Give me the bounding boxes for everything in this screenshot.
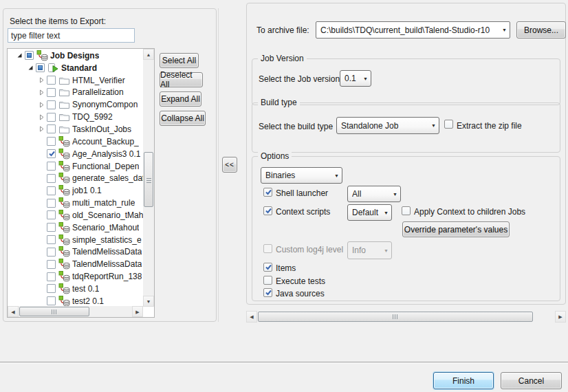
expand-all-button[interactable]: Expand All — [160, 91, 201, 107]
tree-horizontal-scrollbar[interactable]: ◀ ▶ — [8, 306, 143, 317]
tree-item[interactable]: Parallelization — [8, 87, 143, 99]
extract-zip-checkbox[interactable] — [444, 120, 453, 129]
tree-item-checkbox[interactable] — [36, 63, 45, 72]
tree-collapse-arrow-icon[interactable] — [27, 65, 34, 72]
scroll-left-button[interactable]: ◀ — [246, 311, 257, 323]
tree-item[interactable]: TalendMelissaData — [8, 246, 143, 259]
tree-item-checkbox[interactable] — [47, 186, 56, 195]
scroll-left-button[interactable]: ◀ — [8, 306, 19, 317]
scroll-up-button[interactable]: ▲ — [143, 49, 154, 60]
job-version-select[interactable]: 0.1 ▼ — [340, 70, 371, 87]
tree-item[interactable]: TDQ_5992 — [8, 111, 143, 123]
binaries-value: Binaries — [265, 171, 330, 180]
tree-item-checkbox[interactable] — [47, 100, 56, 109]
tree-item[interactable]: tdqReportRun_138 — [8, 270, 143, 283]
archive-file-combo[interactable]: C:\builds\TDQ\current_build\Talend-Studi… — [316, 21, 510, 39]
tree-item[interactable]: Functional_Depen — [8, 160, 143, 173]
tree-vscroll-thumb[interactable] — [144, 152, 153, 207]
tree-expand-arrow-icon[interactable] — [38, 89, 45, 96]
footer-separator — [0, 362, 568, 363]
job-designs-icon — [36, 50, 48, 61]
tree-item[interactable]: Job Designs — [8, 50, 143, 62]
tree-expand-arrow-icon[interactable] — [38, 126, 45, 133]
right-panel-horizontal-scrollbar[interactable]: ◀ ▶ — [246, 311, 566, 323]
tree-item[interactable]: Age_Analysis3 0.1 — [8, 148, 143, 160]
right-hscroll-thumb[interactable] — [258, 312, 533, 322]
tree-item-checkbox[interactable] — [47, 284, 56, 293]
collapse-panel-button[interactable]: << — [222, 157, 237, 173]
deselect-all-button[interactable]: Deselect All — [160, 72, 203, 87]
tree-item-checkbox[interactable] — [47, 113, 56, 122]
binaries-select[interactable]: Binaries ▼ — [261, 167, 342, 184]
tree-item-checkbox[interactable] — [47, 162, 56, 171]
filter-input[interactable]: type filter text — [8, 28, 135, 43]
tree-item[interactable]: test 0.1 — [8, 283, 143, 295]
tree-expand-arrow-icon[interactable] — [38, 101, 45, 108]
execute-tests-checkbox[interactable] — [263, 276, 272, 285]
tree-item-checkbox[interactable] — [47, 223, 56, 232]
tree-item-checkbox[interactable] — [47, 272, 56, 281]
scroll-right-button[interactable]: ▶ — [555, 311, 566, 323]
tree-item[interactable]: SynonymCompon — [8, 98, 143, 111]
tree-item-label: simple_statistics_e — [72, 235, 142, 245]
scroll-down-button[interactable]: ▼ — [143, 296, 154, 307]
tree-item[interactable]: HTML_Verifier — [8, 74, 143, 87]
shell-launcher-checkbox[interactable] — [263, 188, 272, 197]
options-group-title: Options — [258, 151, 292, 161]
java-sources-checkbox[interactable] — [263, 288, 272, 297]
tree-item[interactable]: TalendMelissaData — [8, 258, 143, 270]
tree-expand-arrow-icon[interactable] — [38, 113, 45, 120]
log4j-level-value: Info — [352, 246, 380, 255]
tree-item-checkbox[interactable] — [47, 137, 56, 146]
select-all-button[interactable]: Select All — [160, 53, 199, 68]
shell-launcher-select[interactable]: All ▼ — [347, 186, 401, 202]
thumb-grip-icon — [52, 309, 58, 314]
dropdown-arrow-icon: ▼ — [384, 248, 389, 253]
tree-item-checkbox[interactable] — [47, 235, 56, 244]
browse-button[interactable]: Browse... — [516, 21, 566, 39]
tree-item[interactable]: test2 0.1 — [8, 295, 143, 307]
tree-item-label: HTML_Verifier — [72, 76, 125, 85]
override-parameters-button[interactable]: Override parameter's values — [402, 221, 510, 237]
tree-item[interactable]: multi_match_rule — [8, 197, 143, 209]
tree-item-checkbox[interactable] — [47, 260, 56, 269]
cancel-button[interactable]: Cancel — [501, 372, 562, 389]
tree-item[interactable]: TaskInOut_Jobs — [8, 123, 143, 135]
collapse-all-button[interactable]: Collapse All — [160, 111, 206, 126]
tree-item-checkbox[interactable] — [47, 296, 56, 305]
tree-item-checkbox[interactable] — [47, 174, 56, 183]
tree-item-checkbox[interactable] — [47, 149, 56, 158]
tree-item-checkbox[interactable] — [47, 88, 56, 97]
finish-button[interactable]: Finish — [433, 372, 494, 389]
tree-collapse-arrow-icon[interactable] — [16, 52, 23, 59]
job-icon — [58, 235, 70, 246]
folder-icon — [58, 99, 70, 110]
tree-item[interactable]: job1 0.1 — [8, 184, 143, 197]
tree-item[interactable]: old_Scenario_tMah — [8, 209, 143, 221]
context-scripts-select[interactable]: Default ▼ — [347, 204, 392, 221]
tree-item[interactable]: Scenario_tMahout — [8, 221, 143, 234]
tree-item-checkbox[interactable] — [25, 51, 34, 60]
tree-item-checkbox[interactable] — [47, 199, 56, 208]
apply-context-checkbox[interactable] — [402, 206, 411, 215]
scroll-right-button[interactable]: ▶ — [132, 306, 143, 317]
tree-hscroll-thumb[interactable] — [19, 307, 89, 316]
tree-item[interactable]: Standard — [8, 62, 143, 74]
context-scripts-checkbox[interactable] — [263, 206, 272, 215]
tree-item[interactable]: simple_statistics_e — [8, 234, 143, 246]
tree-arrow-placeholder — [38, 273, 45, 280]
tree-item[interactable]: generate_sales_dat — [8, 172, 143, 184]
tree-item-checkbox[interactable] — [47, 210, 56, 219]
tree-expand-arrow-icon[interactable] — [38, 77, 45, 84]
tree-arrow-placeholder — [38, 187, 45, 194]
build-type-value: Standalone Job — [341, 121, 427, 131]
tree-item-checkbox[interactable] — [47, 76, 56, 85]
items-checkbox[interactable] — [263, 263, 272, 272]
standard-job-icon — [47, 63, 59, 74]
build-type-select[interactable]: Standalone Job ▼ — [336, 117, 439, 134]
tree-item-label: job1 0.1 — [72, 186, 102, 195]
tree-item-checkbox[interactable] — [47, 124, 56, 133]
tree-item-checkbox[interactable] — [47, 248, 56, 257]
tree-vertical-scrollbar[interactable]: ▲ ▼ — [143, 49, 154, 307]
tree-item[interactable]: Account_Backup_ — [8, 135, 143, 148]
